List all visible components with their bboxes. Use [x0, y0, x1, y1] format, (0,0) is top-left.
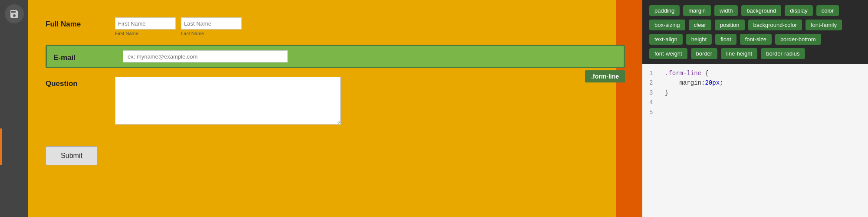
css-tag-background[interactable]: background [741, 5, 781, 16]
full-name-row: Full Name First Name Last Name [46, 17, 625, 36]
css-tag-boxsizing[interactable]: box-sizing [649, 20, 685, 30]
code-semi: ; [720, 79, 723, 86]
code-line-1: 1 .form-line { [649, 69, 861, 78]
css-tag-lineheight[interactable]: line-height [721, 48, 757, 59]
css-tags-area: paddingmarginwidthbackgrounddisplaycolor… [642, 0, 868, 64]
line-num-5: 5 [649, 108, 658, 117]
code-content-4 [665, 98, 668, 107]
email-row: E-mail .form-line [46, 45, 625, 68]
full-name-label: Full Name [46, 17, 115, 29]
email-label: E-mail [53, 51, 123, 62]
last-name-input[interactable] [181, 17, 242, 30]
css-tag-fontfamily[interactable]: font-family [806, 20, 842, 30]
email-input[interactable] [123, 50, 288, 62]
right-panel: paddingmarginwidthbackgrounddisplaycolor… [642, 0, 868, 217]
code-editor: 1 .form-line { 2 margin:20px; 3 } 4 5 [642, 64, 868, 217]
line-num-2: 2 [649, 78, 658, 88]
first-name-wrap: First Name [115, 17, 176, 36]
line-num-4: 4 [649, 98, 658, 107]
css-tag-padding[interactable]: padding [649, 5, 680, 16]
css-tag-fontweight[interactable]: font-weight [649, 48, 687, 59]
css-tag-borderbottom[interactable]: border-bottom [775, 34, 821, 45]
feedback-tab[interactable]: Feedback [0, 128, 2, 165]
code-content-5 [665, 108, 668, 117]
question-row: Question [46, 77, 625, 125]
submit-button[interactable]: Submit [46, 146, 98, 165]
code-class-1: .form-line [665, 70, 701, 77]
first-name-label: First Name [115, 31, 138, 36]
css-tag-clear[interactable]: clear [689, 20, 711, 30]
left-sidebar: Feedback [0, 0, 28, 217]
form-section: Full Name First Name Last Name E-mail . [46, 9, 625, 165]
line-num-3: 3 [649, 88, 658, 98]
css-tag-border[interactable]: border [691, 48, 718, 59]
code-content-3: } [665, 88, 668, 98]
last-name-label: Last Name [181, 31, 204, 36]
css-tag-margin[interactable]: margin [683, 5, 711, 16]
css-tag-display[interactable]: display [785, 5, 812, 16]
code-value-margin: 20px [705, 79, 720, 86]
css-tag-backgroundcolor[interactable]: background-color [748, 20, 802, 30]
css-tag-textalign[interactable]: text-align [649, 34, 683, 45]
question-label: Question [46, 77, 115, 88]
css-tag-height[interactable]: height [686, 34, 712, 45]
code-content-2: margin:20px; [665, 78, 723, 88]
css-tag-fontsize[interactable]: font-size [740, 34, 772, 45]
css-tag-color[interactable]: color [816, 5, 839, 16]
css-tag-float[interactable]: float [715, 34, 736, 45]
css-tag-width[interactable]: width [714, 5, 738, 16]
css-tag-position[interactable]: position [715, 20, 745, 30]
save-button[interactable] [5, 4, 24, 23]
code-line-2: 2 margin:20px; [649, 78, 861, 88]
question-textarea[interactable] [115, 77, 341, 125]
code-prop-margin: margin [680, 79, 701, 86]
code-brace-open: { [705, 70, 708, 77]
code-line-5: 5 [649, 108, 861, 117]
line-num-1: 1 [649, 69, 658, 78]
code-content-1: .form-line { [665, 69, 709, 78]
name-inputs-group: First Name Last Name [115, 17, 242, 36]
first-name-input[interactable] [115, 17, 176, 30]
form-line-tag: .form-line [585, 70, 625, 82]
last-name-wrap: Last Name [181, 17, 242, 36]
code-line-3: 3 } [649, 88, 861, 98]
code-line-4: 4 [649, 98, 861, 107]
main-content: Full Name First Name Last Name E-mail . [28, 0, 642, 217]
css-tag-borderradius[interactable]: border-radius [761, 48, 805, 59]
